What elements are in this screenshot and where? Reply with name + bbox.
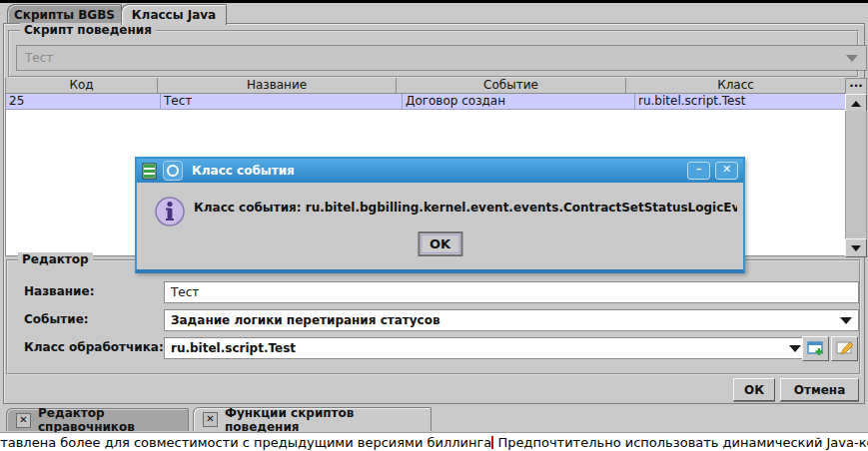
dialog-ok-button[interactable]: OK — [418, 231, 462, 256]
table-row[interactable]: 25 Тест Договор создан ru.bitel.script.T… — [6, 94, 846, 110]
bottom-tab-directory-editor[interactable]: ✕ Редактор справочников — [6, 408, 189, 431]
name-input-value: Тест — [171, 285, 199, 299]
event-label: Событие: — [24, 312, 89, 326]
dialog-menu-icon[interactable] — [163, 161, 183, 181]
dialog-body: Класс события: ru.bitel.bgbilling.kernel… — [137, 183, 743, 265]
dialog-titlebar[interactable]: Класс события – ✕ — [137, 159, 743, 183]
dialog-title: Класс события — [192, 164, 682, 178]
cell-class: ru.bitel.script.Test — [635, 94, 846, 109]
cell-code: 25 — [6, 94, 161, 109]
column-header-event[interactable]: Событие — [397, 78, 626, 93]
event-class-dialog: Класс события – ✕ Класс события: ru.bite… — [135, 157, 745, 273]
close-icon[interactable]: ✕ — [203, 412, 218, 427]
help-text-left: ставлена более для совместимости с преды… — [0, 435, 491, 450]
editor-groupbox: Редактор Название: Тест Событие: Задание… — [6, 259, 861, 375]
help-text: ставлена более для совместимости с преды… — [0, 435, 868, 450]
application-window: Скрипты BGBS Классы Java Скрипт поведени… — [0, 0, 868, 451]
cancel-button-label: Отмена — [794, 383, 846, 397]
handler-class-label: Класс обработчика: — [24, 340, 164, 354]
table-header-row: Код Название Событие Класс — [6, 78, 846, 94]
editor-group-title: Редактор — [18, 252, 93, 266]
add-class-button[interactable] — [802, 336, 829, 361]
app-icon — [142, 163, 159, 180]
window-edit-icon — [836, 341, 854, 357]
bottom-tab-behavior-script-functions[interactable]: ✕ Функции скриптов поведения — [193, 407, 432, 431]
info-icon — [154, 194, 186, 229]
column-header-code[interactable]: Код — [6, 78, 158, 93]
arrow-up-icon — [851, 101, 861, 107]
script-behavior-group-title: Скрипт поведения — [20, 23, 156, 37]
script-behavior-groupbox: Скрипт поведения Тест — [8, 30, 859, 78]
tab-scripts-bgbs-label: Скрипты BGBS — [14, 8, 115, 22]
tab-classes-java[interactable]: Классы Java — [121, 4, 227, 25]
minimize-button[interactable]: – — [687, 162, 710, 180]
event-combobox[interactable]: Задание логики перетирания статусов — [164, 309, 859, 331]
edit-class-button[interactable] — [831, 336, 858, 361]
arrow-down-icon — [851, 245, 861, 251]
handler-class-combobox[interactable]: ru.bitel.script.Test — [164, 337, 808, 359]
column-header-name[interactable]: Название — [158, 78, 397, 93]
script-behavior-combobox[interactable]: Тест — [16, 45, 867, 71]
ring-glyph — [167, 165, 179, 177]
tab-classes-java-label: Классы Java — [132, 8, 216, 22]
ok-button-label: ОК — [744, 383, 764, 397]
handler-class-combobox-value: ru.bitel.script.Test — [171, 341, 296, 355]
script-behavior-combobox-value: Тест — [25, 51, 53, 65]
dialog-message: Класс события: ru.bitel.bgbilling.kernel… — [194, 201, 737, 215]
window-add-icon — [807, 341, 825, 357]
cancel-button[interactable]: Отмена — [780, 378, 859, 401]
column-header-class[interactable]: Класс — [626, 78, 846, 93]
dialog-ok-button-label: OK — [421, 234, 459, 253]
cell-event: Договор создан — [403, 94, 635, 109]
help-text-right: Предпочтительно использовать динамически… — [493, 435, 868, 450]
top-black-strip — [0, 0, 868, 3]
tab-scripts-bgbs[interactable]: Скрипты BGBS — [7, 4, 122, 24]
close-icon[interactable]: ✕ — [16, 413, 31, 428]
chevron-down-icon — [840, 317, 852, 324]
chevron-down-icon — [789, 345, 801, 352]
scrollbar-track[interactable] — [845, 111, 867, 238]
event-combobox-value: Задание логики перетирания статусов — [171, 313, 440, 327]
ok-button[interactable]: ОК — [733, 378, 775, 401]
chevron-down-icon — [846, 55, 858, 62]
cell-name: Тест — [161, 94, 403, 109]
name-input[interactable]: Тест — [164, 281, 859, 303]
name-label: Название: — [24, 284, 94, 298]
close-button[interactable]: ✕ — [715, 162, 738, 180]
bottom-tab-directory-editor-label: Редактор справочников — [38, 406, 179, 434]
bottom-tab-behavior-script-functions-label: Функции скриптов поведения — [225, 406, 422, 434]
help-text-area: ставлена более для совместимости с преды… — [0, 432, 868, 451]
scrollbar-down-button[interactable] — [845, 238, 867, 257]
